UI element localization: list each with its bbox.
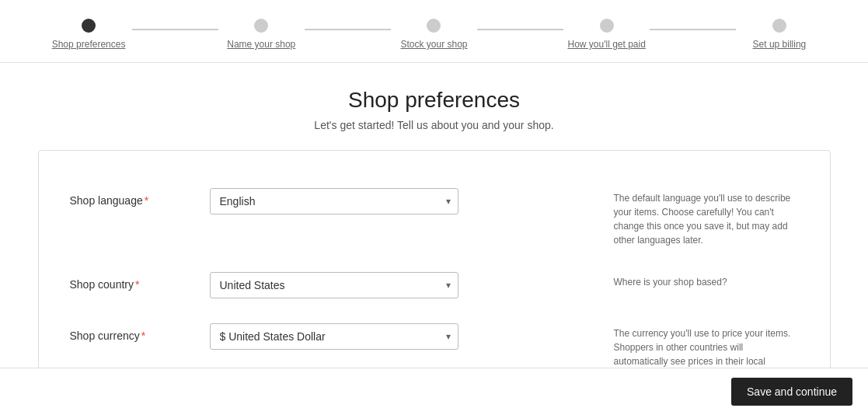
page-subtitle: Let's get started! Tell us about you and… <box>0 119 868 131</box>
step-connector-3 <box>477 29 563 30</box>
shop-currency-label: Shop currency <box>70 330 140 342</box>
shop-country-hint: Where is your shop based? <box>614 277 727 288</box>
step-connector-4 <box>650 29 736 30</box>
step-connector-1 <box>132 29 218 30</box>
step-connector-2 <box>305 29 391 30</box>
bottom-bar: Save and continue <box>0 368 868 415</box>
shop-language-row: Shop language* English Spanish French Ge… <box>70 176 799 260</box>
shop-country-required: * <box>135 278 139 291</box>
shop-country-select[interactable]: United States United Kingdom Canada Aust… <box>210 272 458 298</box>
step-circle-1 <box>82 19 96 33</box>
shop-language-label-col: Shop language* <box>70 188 194 207</box>
shop-currency-select[interactable]: $ United States Dollar £ British Pound €… <box>210 323 458 350</box>
shop-language-hint-col: The default language you'll use to descr… <box>474 188 799 247</box>
shop-language-label: Shop language <box>70 194 143 207</box>
page-heading: Shop preferences Let's get started! Tell… <box>0 63 868 150</box>
step-stock-shop[interactable]: Stock your shop <box>391 19 477 50</box>
shop-language-hint: The default language you'll use to descr… <box>614 193 791 246</box>
shop-country-select-wrapper[interactable]: United States United Kingdom Canada Aust… <box>210 272 458 298</box>
page-title: Shop preferences <box>0 88 868 113</box>
shop-country-input-col: United States United Kingdom Canada Aust… <box>210 272 458 298</box>
shop-currency-required: * <box>141 330 145 342</box>
shop-currency-select-wrapper[interactable]: $ United States Dollar £ British Pound €… <box>210 323 458 350</box>
step-get-paid[interactable]: How you'll get paid <box>563 19 650 50</box>
shop-country-label: Shop country <box>70 278 134 291</box>
save-continue-button[interactable]: Save and continue <box>731 378 852 406</box>
shop-currency-input-col: $ United States Dollar £ British Pound €… <box>210 323 458 350</box>
shop-language-required: * <box>145 194 148 207</box>
shop-country-label-col: Shop country* <box>70 272 194 291</box>
step-circle-3 <box>427 19 441 33</box>
step-label-4: How you'll get paid <box>568 39 646 50</box>
step-circle-5 <box>772 19 786 33</box>
step-billing[interactable]: Set up billing <box>736 19 822 50</box>
shop-language-select-wrapper[interactable]: English Spanish French German <box>210 188 458 214</box>
step-label-5: Set up billing <box>753 39 807 50</box>
step-shop-preferences[interactable]: Shop preferences <box>46 19 132 50</box>
progress-bar: Shop preferences Name your shop Stock yo… <box>0 0 868 62</box>
shop-language-input-col: English Spanish French German <box>210 188 458 214</box>
shop-language-select[interactable]: English Spanish French German <box>210 188 458 214</box>
shop-country-hint-col: Where is your shop based? <box>474 272 799 289</box>
shop-currency-label-col: Shop currency* <box>70 323 194 342</box>
step-circle-4 <box>600 19 614 33</box>
shop-country-row: Shop country* United States United Kingd… <box>70 260 799 311</box>
step-name-shop[interactable]: Name your shop <box>218 19 305 50</box>
step-label-1: Shop preferences <box>52 39 126 50</box>
step-label-3: Stock your shop <box>400 39 467 50</box>
step-circle-2 <box>254 19 268 33</box>
step-label-2: Name your shop <box>227 39 295 50</box>
